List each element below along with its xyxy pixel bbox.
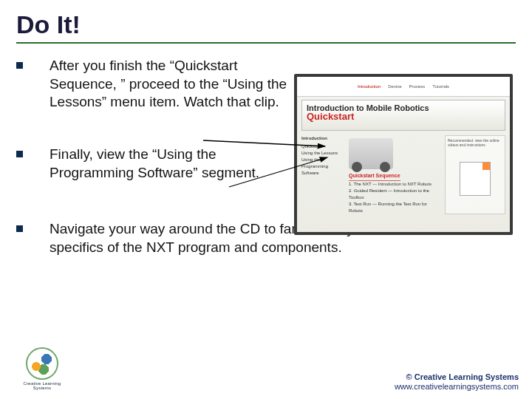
robot-image xyxy=(349,138,393,169)
right-note: Recommended: view the online videos and … xyxy=(448,138,499,147)
bullet-icon xyxy=(16,62,23,69)
tab-tutorials: Tutorials xyxy=(432,84,449,89)
logo-text: Creative Learning Systems xyxy=(16,381,68,390)
tab-process: Process xyxy=(409,84,426,89)
step-2: 2. Guided Resident — Introduction to the… xyxy=(349,188,429,200)
bullet-item: Finally, view the “Using the Programming… xyxy=(16,146,290,182)
copyright-text: © Creative Learning Systems xyxy=(395,372,519,382)
bullet-text: After you finish the “Quickstart Sequenc… xyxy=(50,57,290,112)
tab-introduction: Introduction xyxy=(358,84,381,89)
screenshot-right-panel: Recommended: view the online videos and … xyxy=(445,135,505,214)
bullet-item: After you finish the “Quickstart Sequenc… xyxy=(16,57,290,112)
document-icon xyxy=(460,162,491,196)
tab-device: Device xyxy=(388,84,401,89)
footer: © Creative Learning Systems www.creative… xyxy=(395,372,519,392)
title-underline xyxy=(16,42,516,44)
tutorial-screenshot: Introduction Device Process Tutorials In… xyxy=(294,74,513,235)
bullet-icon xyxy=(16,151,23,157)
sidebar-heading: Introduction xyxy=(301,135,344,142)
bullet-icon xyxy=(16,225,23,232)
step-1: 1. The NXT — Introduction to NXT Robots xyxy=(349,182,432,186)
screenshot-banner: Introduction to Mobile Robotics Quicksta… xyxy=(301,100,505,131)
footer-url: www.creativelearningsystems.com xyxy=(395,382,519,392)
screenshot-tabs: Introduction Device Process Tutorials xyxy=(297,77,510,97)
sidebar-item-lessons: Using the Lessons xyxy=(301,151,338,155)
step-3: 3. Test Run — Running the Test Run for R… xyxy=(349,202,427,213)
logo-icon xyxy=(26,347,58,380)
sidebar-item-software: Using the Programming Software xyxy=(301,157,328,175)
slide-title: Do It! xyxy=(0,0,532,42)
sidebar-item-quickstart: Quickstart xyxy=(301,144,321,149)
cls-logo: Creative Learning Systems xyxy=(16,347,68,390)
screenshot-sidebar: Introduction Quickstart Using the Lesson… xyxy=(301,135,344,214)
bullet-text: Finally, view the “Using the Programming… xyxy=(50,146,290,182)
screenshot-main: Quickstart Sequence 1. The NXT — Introdu… xyxy=(349,135,440,214)
main-heading: Quickstart Sequence xyxy=(349,172,400,181)
banner-line2: Quickstart xyxy=(307,111,500,122)
